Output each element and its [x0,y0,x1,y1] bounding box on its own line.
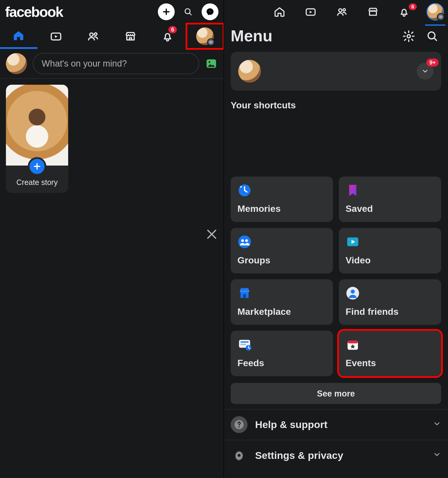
chevron-down-icon [433,420,441,430]
svg-point-19 [351,289,355,294]
tab-home[interactable] [0,24,37,49]
search-button[interactable] [180,3,196,20]
home-icon [12,29,25,42]
svg-point-5 [209,61,210,63]
messenger-button[interactable] [202,3,218,20]
shortcuts-heading: Your shortcuts [224,91,448,113]
tab-menu[interactable] [427,4,444,20]
settings-button[interactable] [400,27,418,45]
close-icon [205,227,219,241]
tile-label: Video [346,255,435,266]
row-help-support[interactable]: Help & support [224,409,448,440]
tab-video[interactable] [302,6,319,18]
avatar [427,4,443,20]
search-button[interactable] [423,27,441,45]
row-label: Settings & privacy [255,450,425,461]
tile-events[interactable]: Events [339,331,441,376]
video-tile-icon [346,235,360,249]
video-icon [49,30,62,43]
home-icon [274,6,286,18]
gear-icon [403,30,415,42]
help-icon [231,416,248,433]
svg-point-8 [343,9,345,11]
search-icon [426,30,439,42]
close-button[interactable] [205,227,219,243]
see-more-button[interactable]: See more [231,383,441,404]
tile-video[interactable]: Video [339,228,441,273]
search-icon [184,7,193,17]
composer: What's on your mind? [0,49,224,79]
svg-rect-17 [243,294,246,298]
row-settings-privacy[interactable]: Settings & privacy [224,440,448,471]
tile-label: Find friends [346,306,435,317]
photo-icon[interactable] [205,57,218,70]
tab-notifications[interactable]: 6 [149,24,186,49]
marketplace-icon [124,30,137,43]
tile-marketplace[interactable]: Marketplace [231,279,333,325]
create-story-card[interactable]: Create story [6,85,68,193]
avatar[interactable] [6,53,27,74]
row-label: Help & support [255,419,425,431]
groups-icon [237,235,252,249]
notification-badge: 6 [168,26,177,33]
tab-friends[interactable] [74,24,112,49]
create-button[interactable] [158,3,175,20]
tile-label: Saved [346,203,435,214]
story-cover [6,85,68,166]
tab-marketplace[interactable] [364,6,381,18]
tab-home[interactable] [271,6,288,18]
friends-icon [87,30,99,43]
hamburger-icon [437,13,444,20]
tab-notifications[interactable]: 6 [396,6,412,18]
tab-friends[interactable] [333,6,350,18]
tile-label: Events [346,358,435,369]
composer-input[interactable]: What's on your mind? [33,53,199,74]
tab-marketplace[interactable] [112,24,149,49]
right-pane: 6 Menu 9+ Your shortcuts [224,0,448,478]
tab-bar: 6 [0,24,224,49]
active-indicator [425,25,445,26]
profile-badge: 9+ [427,59,439,67]
friends-icon [336,6,348,18]
tab-video[interactable] [37,24,75,49]
plus-icon [28,157,46,176]
tile-saved[interactable]: Saved [339,176,441,222]
notification-badge: 6 [409,3,417,10]
tab-menu[interactable] [186,24,224,49]
feeds-icon [237,337,252,352]
tile-feeds[interactable]: Feeds [231,331,333,376]
menu-header: Menu [224,24,448,48]
chevron-down-icon [433,450,441,460]
plus-icon [162,7,171,17]
top-app-bar: 6 [224,0,448,24]
svg-rect-22 [240,344,246,345]
tile-memories[interactable]: Memories [231,176,333,222]
svg-point-29 [238,454,240,457]
header: facebook [0,0,224,24]
facebook-logo[interactable]: facebook [5,4,63,20]
tile-groups[interactable]: Groups [231,228,333,273]
page-title: Menu [231,27,394,45]
svg-point-2 [90,33,93,36]
svg-rect-21 [240,341,248,343]
hamburger-icon [207,38,215,46]
events-icon [346,337,360,352]
left-pane: facebook [0,0,224,478]
marketplace-icon [367,6,379,18]
svg-point-13 [241,239,244,242]
svg-point-9 [407,34,411,38]
profile-switcher[interactable]: 9+ [417,63,434,80]
tile-label: Groups [237,255,326,266]
stories-row: Create story [0,79,224,199]
svg-point-27 [239,426,240,428]
messenger-icon [205,7,215,17]
marketplace-tile-icon [237,286,252,300]
avatar [238,60,261,82]
tile-label: Marketplace [237,306,326,317]
svg-point-3 [94,33,97,36]
svg-rect-25 [348,341,358,344]
profile-card[interactable]: 9+ [231,52,441,91]
menu-grid: Memories Saved Groups Video Marketplace … [224,176,448,376]
tile-find-friends[interactable]: Find friends [339,279,441,325]
svg-point-7 [339,9,342,12]
